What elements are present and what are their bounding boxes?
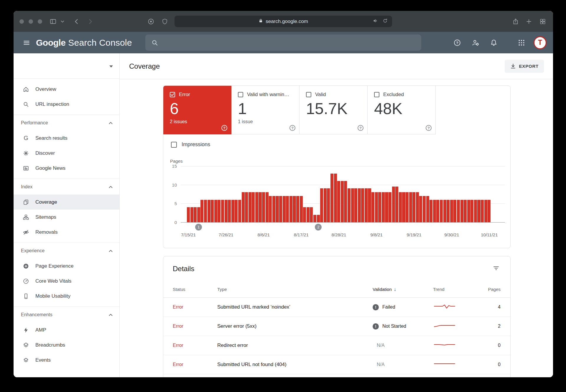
type-cell[interactable]: Submitted URL not found (404) [217, 362, 373, 368]
bar[interactable] [365, 188, 368, 222]
bar[interactable] [228, 200, 231, 222]
bar[interactable] [361, 188, 364, 222]
type-cell[interactable]: Submitted URL marked ‘noindex’ [217, 304, 373, 310]
chevron-up-icon[interactable] [109, 120, 113, 126]
checkbox-checked-icon[interactable] [170, 92, 175, 97]
bar[interactable] [269, 196, 272, 222]
summary-card-valid[interactable]: Valid15.7K? [300, 86, 368, 134]
column-status[interactable]: Status [173, 287, 217, 292]
sidebar-toggle-icon[interactable] [50, 18, 57, 25]
bar[interactable] [406, 192, 409, 222]
bar[interactable] [416, 192, 419, 222]
sidebar-section-index[interactable]: Index [14, 179, 119, 195]
sidebar-item-events[interactable]: Events [14, 353, 119, 368]
chevron-up-icon[interactable] [109, 184, 113, 190]
bar[interactable] [231, 200, 234, 222]
bar[interactable] [426, 196, 429, 222]
table-row[interactable]: ErrorSubmitted URL not found (404)N/A0 [163, 355, 510, 374]
bar[interactable] [324, 188, 327, 222]
share-icon[interactable] [512, 18, 519, 25]
bar[interactable] [481, 200, 484, 222]
bar[interactable] [208, 200, 210, 222]
bar[interactable] [286, 196, 289, 222]
bar[interactable] [351, 188, 354, 222]
bar[interactable] [436, 200, 439, 222]
help-icon[interactable]: ? [358, 125, 363, 131]
app-logo[interactable]: GoogleSearch Console [36, 38, 132, 48]
bar[interactable] [218, 200, 221, 222]
chart-marker[interactable]: 1 [195, 224, 202, 230]
zoom-window-button[interactable] [38, 19, 42, 24]
bar[interactable] [221, 200, 224, 222]
bar[interactable] [423, 196, 426, 222]
menu-icon[interactable] [23, 39, 30, 47]
bar[interactable] [327, 188, 330, 222]
bar[interactable] [371, 192, 374, 222]
chevron-up-icon[interactable] [109, 248, 113, 253]
bar[interactable] [443, 200, 446, 222]
back-icon[interactable] [73, 18, 80, 25]
column-pages[interactable]: Pages [480, 287, 501, 292]
bar[interactable] [467, 200, 470, 222]
bar[interactable] [249, 192, 251, 222]
checkbox-icon[interactable] [238, 92, 243, 97]
bar[interactable] [484, 200, 487, 222]
property-selector[interactable] [14, 53, 119, 79]
sidebar-item-search-results[interactable]: GSearch results [14, 131, 119, 146]
table-row[interactable]: ErrorRedirect errorN/A0 [163, 336, 510, 355]
bar[interactable] [242, 192, 245, 222]
bar[interactable] [354, 188, 357, 222]
sidebar-section-enhancements[interactable]: Enhancements [14, 307, 119, 322]
chevron-up-icon[interactable] [109, 312, 113, 317]
chevron-down-icon[interactable] [61, 20, 64, 23]
sidebar-item-google-news[interactable]: Google News [14, 161, 119, 176]
bar[interactable] [375, 192, 378, 222]
checkbox-icon[interactable] [306, 92, 311, 97]
bar[interactable] [214, 200, 217, 222]
bar[interactable] [337, 181, 340, 222]
bar[interactable] [453, 200, 456, 222]
bar[interactable] [488, 200, 491, 222]
new-tab-icon[interactable] [526, 18, 532, 25]
sidebar-item-url-inspection[interactable]: URL inspection [14, 97, 119, 112]
bar[interactable] [235, 200, 238, 222]
console-search-box[interactable] [145, 34, 421, 51]
bar[interactable] [317, 215, 320, 222]
bar[interactable] [238, 200, 241, 222]
bar[interactable] [385, 192, 388, 222]
bar[interactable] [190, 207, 193, 222]
export-button[interactable]: EXPORT [505, 60, 544, 73]
bar[interactable] [460, 200, 463, 222]
bar[interactable] [409, 192, 412, 222]
console-search-input[interactable] [145, 34, 421, 51]
bar[interactable] [289, 196, 292, 222]
summary-card-excluded[interactable]: Excluded48K? [368, 86, 436, 134]
sidebar-item-removals[interactable]: Removals [14, 225, 119, 240]
filter-icon[interactable] [493, 265, 500, 273]
column-validation[interactable]: Validation ↓ [373, 287, 433, 292]
bar[interactable] [477, 200, 480, 222]
sidebar-section-performance[interactable]: Performance [14, 115, 119, 131]
column-trend[interactable]: Trend [433, 287, 480, 292]
bar[interactable] [402, 192, 405, 222]
bar[interactable] [204, 200, 207, 222]
help-icon[interactable]: ? [453, 39, 461, 47]
sidebar-item-mobile-usability[interactable]: Mobile Usability [14, 289, 119, 304]
url-text[interactable]: search.google.com [266, 19, 308, 24]
notifications-icon[interactable] [490, 39, 498, 47]
bar[interactable] [200, 200, 203, 222]
impressions-toggle[interactable]: Impressions [171, 141, 510, 148]
sidebar-item-coverage[interactable]: Coverage [14, 195, 119, 210]
manage-users-icon[interactable] [472, 39, 479, 47]
checkbox-icon[interactable] [374, 92, 379, 97]
bar[interactable] [194, 207, 197, 222]
bar[interactable] [245, 192, 248, 222]
bar[interactable] [293, 196, 296, 222]
bar[interactable] [358, 188, 361, 222]
bar[interactable] [430, 200, 432, 222]
sidebar-item-amp[interactable]: AMP [14, 322, 119, 337]
bar[interactable] [341, 181, 344, 222]
bar[interactable] [464, 200, 467, 222]
sidebar-item-page-experience[interactable]: Page Experience [14, 258, 119, 274]
bar[interactable] [296, 196, 299, 222]
